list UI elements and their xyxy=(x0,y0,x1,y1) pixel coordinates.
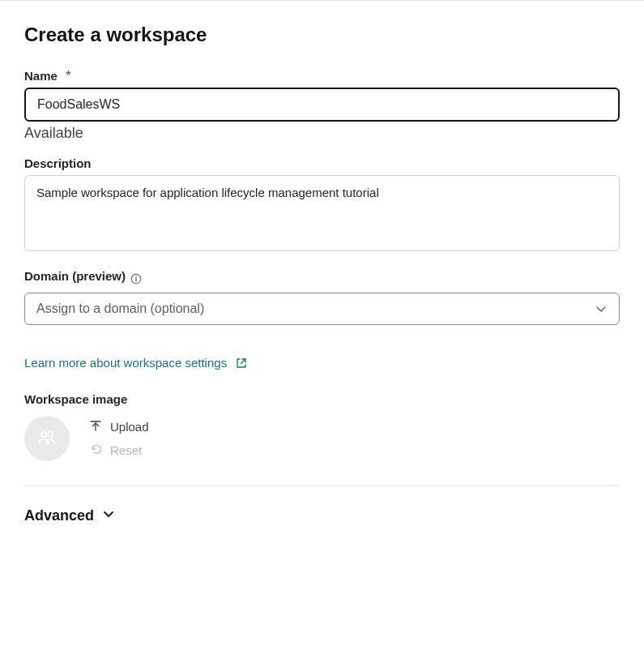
upload-icon xyxy=(89,419,102,434)
upload-label: Upload xyxy=(110,420,149,434)
divider xyxy=(24,485,620,486)
required-asterisk: * xyxy=(66,69,70,83)
svg-point-1 xyxy=(135,276,137,277)
chevron-down-icon xyxy=(595,302,608,315)
name-status: Available xyxy=(24,125,620,142)
domain-field-group: Domain (preview) Assign to a domain (opt… xyxy=(24,269,620,325)
upload-button[interactable]: Upload xyxy=(89,419,149,434)
description-field-group: Description Sample workspace for applica… xyxy=(24,156,620,254)
advanced-toggle[interactable]: Advanced xyxy=(24,507,115,524)
info-icon[interactable] xyxy=(130,273,142,284)
chevron-down-icon xyxy=(102,507,115,524)
reset-button: Reset xyxy=(89,443,149,458)
description-input[interactable]: Sample workspace for application lifecyc… xyxy=(24,175,620,251)
learn-more-link[interactable]: Learn more about workspace settings xyxy=(24,356,248,370)
advanced-label: Advanced xyxy=(24,507,94,524)
svg-rect-2 xyxy=(135,277,136,280)
external-link-icon xyxy=(235,357,248,370)
reset-icon xyxy=(89,443,102,458)
description-label: Description xyxy=(24,156,92,170)
learn-more-text: Learn more about workspace settings xyxy=(24,356,227,370)
page-title: Create a workspace xyxy=(24,24,620,46)
name-input[interactable] xyxy=(24,88,620,122)
name-field-group: Name * Available xyxy=(24,69,620,142)
workspace-image-label: Workspace image xyxy=(24,392,620,406)
reset-label: Reset xyxy=(110,443,142,457)
svg-point-3 xyxy=(41,432,46,437)
workspace-image-section: Workspace image Upload xyxy=(24,392,620,461)
name-label: Name xyxy=(24,69,58,83)
domain-placeholder: Assign to a domain (optional) xyxy=(36,301,204,316)
domain-dropdown[interactable]: Assign to a domain (optional) xyxy=(24,293,620,325)
workspace-avatar-placeholder xyxy=(24,416,70,461)
svg-point-4 xyxy=(48,432,53,437)
people-icon xyxy=(35,426,59,451)
domain-label: Domain (preview) xyxy=(24,269,126,283)
